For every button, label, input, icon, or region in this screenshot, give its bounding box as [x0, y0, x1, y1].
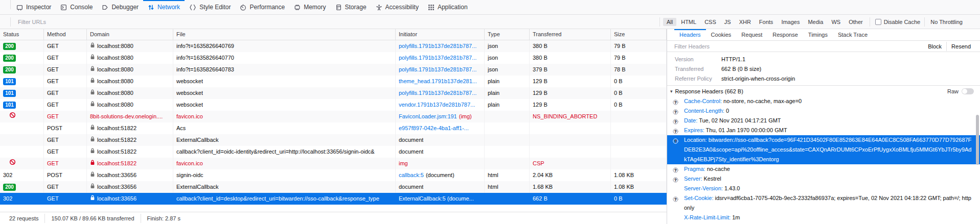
panel-tab-debugger[interactable]: Debugger [97, 0, 143, 14]
initiator-link[interactable]: e957f897-042e-4ba1-aff1-... [399, 122, 469, 134]
panel-tab-style-editor[interactable]: Style Editor [185, 0, 235, 14]
type-filter-xhr[interactable]: XHR [736, 18, 755, 26]
detail-tab-cookies[interactable]: Cookies [706, 29, 737, 40]
type-filter-media[interactable]: Media [804, 18, 827, 26]
panel-tab-storage[interactable]: Storage [331, 0, 371, 14]
panel-tab-inspector[interactable]: Inspector [12, 0, 56, 14]
type: json [488, 52, 498, 64]
column-header-size[interactable]: Size [611, 29, 667, 40]
response-header-row[interactable]: ?Cache-Control: no-store, no-cache, max-… [667, 96, 980, 106]
column-header-file[interactable]: File [173, 29, 396, 40]
close-devtools-button[interactable] [971, 0, 980, 14]
response-header-row[interactable]: X-Rate-Limit-Limit: 1m [667, 213, 980, 222]
throttling-select[interactable]: No Throttling [926, 19, 969, 25]
cell-file: callback?client_id=desktop&redirect_uri=… [173, 193, 396, 205]
statusbar-divider [44, 214, 45, 223]
detail-tab-request[interactable]: Request [736, 29, 767, 40]
column-header-status[interactable]: Status [0, 29, 44, 40]
type-filter-ws[interactable]: WS [828, 18, 844, 26]
type-filter-images[interactable]: Images [778, 18, 803, 26]
type-filter-css[interactable]: CSS [701, 18, 720, 26]
request-row[interactable]: GETlocalhost:51822favicon.icoimgCSP [0, 158, 667, 169]
request-row[interactable]: GETlocalhost:51822ExternalCallbackdocume… [0, 134, 667, 146]
request-row[interactable]: GET8bit-solutions-dev.onelogin....favico… [0, 111, 667, 122]
column-header-initiator[interactable]: Initiator [396, 29, 485, 40]
request-row[interactable]: 302POSTlocalhost:33656signin-oidccallbac… [0, 169, 667, 181]
request-row[interactable]: POSTlocalhost:51822Acse957f897-042e-4ba1… [0, 122, 667, 134]
request-row[interactable]: 101GETlocalhost:8080websocketvendor.1791… [0, 99, 667, 111]
response-header-row[interactable]: ?Set-Cookie: idsrv=adf6cba1-7075-402b-9e… [667, 193, 980, 213]
cell-status: 200 [0, 40, 44, 52]
response-header-row[interactable]: ?Pragma: no-cache [667, 164, 980, 174]
status-code: 302 [3, 169, 12, 181]
initiator-link[interactable]: FaviconLoader.jsm:191 [399, 111, 457, 122]
pick-element-button[interactable] [0, 0, 9, 14]
cell-domain: localhost:8080 [87, 76, 173, 87]
response-header-row[interactable]: ?Content-Length: 0 [667, 106, 980, 116]
response-header-row[interactable]: ?Server: Kestrel [667, 174, 980, 184]
lock-icon [90, 169, 95, 181]
cell-type [485, 146, 530, 158]
cell-method: GET [44, 52, 87, 64]
devtools-menu-button[interactable] [962, 0, 971, 14]
initiator-link[interactable]: theme_head.1791b137de281... [399, 76, 477, 87]
initiator-link[interactable]: callback:5 [399, 169, 424, 181]
panel-tab-accessibility[interactable]: Accessibility [371, 0, 423, 14]
request-row[interactable]: GETlocalhost:51822callback?client_id=oid… [0, 146, 667, 158]
block-request-button[interactable]: Block [924, 43, 945, 49]
column-header-transferred[interactable]: Transferred [530, 29, 611, 40]
type-filter-fonts[interactable]: Fonts [756, 18, 777, 26]
detail-tab-response[interactable]: Response [767, 29, 803, 40]
detail-tab-timings[interactable]: Timings [803, 29, 833, 40]
initiator-link[interactable]: polyfills.1791b137de281b787... [399, 64, 476, 76]
initiator-link[interactable]: polyfills.1791b137de281b787... [399, 40, 476, 52]
responsive-design-button[interactable] [952, 0, 962, 14]
request-row[interactable]: 302GETlocalhost:33656callback?client_id=… [0, 193, 667, 205]
response-headers-section[interactable]: ▾ Response Headers (662 B) Raw [667, 85, 980, 96]
panel-tab-memory[interactable]: Memory [289, 0, 330, 14]
panel-tab-console[interactable]: Console [56, 0, 97, 14]
raw-headers-toggle[interactable] [962, 88, 974, 94]
method: GET [47, 52, 59, 64]
response-header-row[interactable]: ?Expires: Thu, 01 Jan 1970 00:00:00 GMT [667, 126, 980, 135]
lock-icon [90, 125, 95, 130]
response-header-row[interactable]: Server-Version: 1.43.0 [667, 184, 980, 193]
type-filter-all[interactable]: All [663, 18, 676, 26]
column-header-type[interactable]: Type [485, 29, 530, 40]
response-header-row[interactable]: ?Location: bitwarden://sso-callback?code… [667, 135, 980, 164]
column-header-domain[interactable]: Domain [87, 29, 173, 40]
cell-domain: localhost:8080 [87, 87, 173, 99]
disable-cache-checkbox[interactable] [875, 19, 881, 25]
panel-tab-performance[interactable]: Performance [235, 0, 289, 14]
request-row[interactable]: 200GETlocalhost:8080info?t=1635826640769… [0, 40, 667, 52]
cell-status [0, 122, 44, 134]
request-row[interactable]: 200GETlocalhost:8080info?t=1635826640783… [0, 64, 667, 76]
transferred: 662 B [533, 193, 548, 205]
request-row[interactable]: 101GETlocalhost:8080websocketpolyfills.1… [0, 87, 667, 99]
column-header-method[interactable]: Method [44, 29, 87, 40]
response-header-row[interactable]: ?Date: Tue, 02 Nov 2021 04:17:21 GMT [667, 116, 980, 126]
type-filter-other[interactable]: Other [845, 18, 867, 26]
panel-tab-application[interactable]: Application [423, 0, 472, 14]
detail-tab-stack-trace[interactable]: Stack Trace [833, 29, 873, 40]
type-filter-html[interactable]: HTML [677, 18, 700, 26]
method: GET [47, 76, 59, 87]
filter-urls-input[interactable] [15, 19, 631, 25]
filter-headers-input[interactable] [671, 43, 924, 49]
request-row[interactable]: 101GETlocalhost:8080websockettheme_head.… [0, 76, 667, 87]
cell-initiator: document [396, 146, 485, 158]
detail-tab-headers[interactable]: Headers [674, 29, 706, 40]
panel-tab-network[interactable]: Network [143, 0, 185, 14]
help-icon: ? [673, 137, 678, 147]
initiator-link[interactable]: vendor.1791b137de281b787... [399, 99, 475, 111]
initiator-link[interactable]: polyfills.1791b137de281b787... [399, 52, 476, 64]
initiator-link[interactable]: polyfills.1791b137de281b787... [399, 87, 476, 99]
request-row[interactable]: 200GETlocalhost:8080info?t=1635826640770… [0, 52, 667, 64]
details-scrollbar[interactable] [976, 115, 979, 165]
svg-text:?: ? [675, 101, 677, 104]
resend-button[interactable]: Resend [948, 43, 976, 49]
panel-tab-label: Performance [249, 4, 285, 11]
request-row[interactable]: 200GETlocalhost:33656ExternalCallbackdoc… [0, 181, 667, 193]
type-filter-js[interactable]: JS [721, 18, 735, 26]
split-panel-toggle-button[interactable] [667, 29, 674, 40]
